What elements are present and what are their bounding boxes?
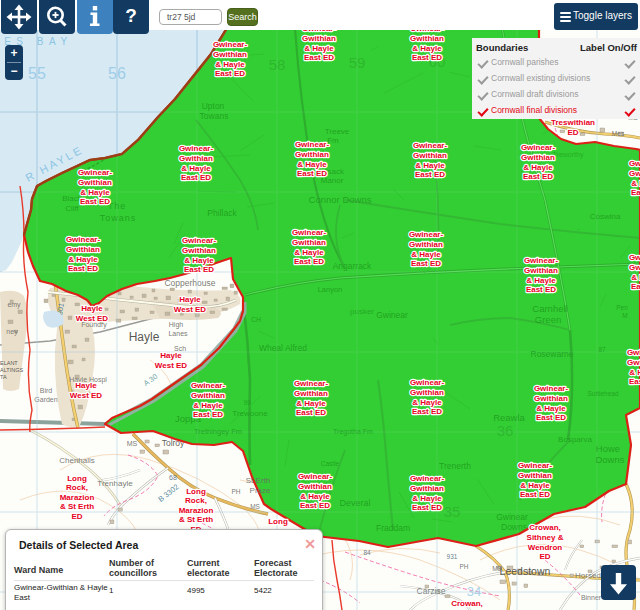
svg-text:Connor Downs: Connor Downs — [309, 194, 372, 205]
svg-text:Gwinear-Gwithian& HayleEast ED: Gwinear-Gwithian& HayleEast ED — [410, 378, 445, 416]
svg-text:Cliff: Cliff — [65, 204, 79, 213]
svg-text:Pen: Pen — [616, 304, 628, 311]
svg-text:Gwinear-Gwithian& HayleEast ED: Gwinear-Gwithian& HayleEast ED — [294, 379, 329, 417]
svg-text:Gwinear-Gwithian& HayleEast ED: Gwinear-Gwithian& HayleEast ED — [518, 461, 553, 499]
svg-text:Gwinear-Gwithian& HayleEast ED: Gwinear-Gwithian& HayleEast ED — [302, 30, 337, 62]
svg-text:Gwinear-Gwithian& HayleEast ED: Gwinear-Gwithian& HayleEast ED — [298, 472, 333, 510]
svg-text:Castle: Castle — [321, 460, 340, 467]
svg-text:Treworthy: Treworthy — [553, 151, 584, 159]
svg-text:St Erth: St Erth — [246, 476, 270, 485]
svg-text:Lanes: Lanes — [168, 330, 188, 337]
svg-text:Gwinear-Gwithian& HayleEast ED: Gwinear-Gwithian& HayleEast ED — [179, 144, 214, 182]
svg-text:Gwinear-Gwithian& HayleEast ED: Gwinear-Gwithian& HayleEast ED — [182, 236, 217, 274]
svg-text:Trenhayle: Trenhayle — [97, 479, 133, 488]
svg-text:Gwinear-Gwithian& HayleEast ED: Gwinear-Gwithian& HayleEast ED — [410, 30, 445, 62]
svg-text:Lanyon: Lanyon — [318, 285, 343, 294]
svg-text:Carnhell: Carnhell — [532, 303, 567, 314]
svg-text:ALTINGS: ALTINGS — [0, 367, 23, 373]
svg-text:Phillack: Phillack — [207, 208, 237, 218]
svg-text:Leedstown: Leedstown — [500, 565, 551, 577]
svg-text:Gwinear-Gwithian& HayleEast ED: Gwinear-Gwithian& HayleEast ED — [292, 228, 327, 266]
svg-text:99: 99 — [243, 399, 251, 406]
svg-text:931: 931 — [447, 553, 458, 560]
svg-text:MS: MS — [250, 503, 260, 510]
svg-text:Mes: Mes — [612, 130, 625, 137]
svg-text:Gwinear-Gwithian& HayleEast ED: Gwinear-Gwithian& HayleEast ED — [627, 348, 640, 386]
svg-text:Gwinear-Gwithian& HayleEast ED: Gwinear-Gwithian& HayleEast ED — [410, 474, 445, 512]
svg-text:Gwinear-Gwithian& HayleEast ED: Gwinear-Gwithian& HayleEast ED — [629, 159, 640, 197]
svg-text:56: 56 — [108, 65, 126, 82]
svg-text:Downs: Downs — [595, 454, 624, 465]
svg-text:TA: TA — [0, 374, 7, 380]
svg-text:Angarrack: Angarrack — [333, 261, 372, 271]
svg-text:Gwinear-Gwithian& HayleEast ED: Gwinear-Gwithian& HayleEast ED — [213, 40, 248, 78]
svg-text:Rosewarne: Rosewarne — [531, 349, 574, 359]
svg-text:Gwinear-Gwithian& HayleEast ED: Gwinear-Gwithian& HayleEast ED — [629, 253, 640, 291]
svg-text:Binner: Binner — [581, 594, 602, 601]
svg-text:High: High — [169, 321, 184, 329]
svg-text:Gwinear: Gwinear — [496, 512, 528, 522]
svg-text:MS: MS — [492, 565, 502, 572]
svg-text:CH: CH — [251, 316, 261, 323]
svg-text:Upton: Upton — [202, 101, 225, 111]
svg-text:Coswina: Coswina — [590, 212, 621, 221]
svg-text:pusker: pusker — [350, 307, 374, 316]
svg-text:emy: emy — [7, 301, 21, 309]
svg-text:Carzise: Carzise — [417, 586, 446, 596]
svg-text:Gwinear-Gwithian& HayleEast ED: Gwinear-Gwithian& HayleEast ED — [413, 141, 448, 179]
svg-text:Bird: Bird — [40, 387, 53, 394]
svg-text:PH: PH — [459, 563, 468, 570]
svg-text:Fraddam: Fraddam — [376, 523, 410, 533]
svg-text:55: 55 — [28, 65, 46, 82]
svg-text:Chenhalls: Chenhalls — [59, 456, 95, 465]
svg-text:36: 36 — [497, 422, 514, 439]
svg-text:Praze: Praze — [250, 486, 271, 495]
svg-text:Hayle: Hayle — [129, 330, 160, 344]
svg-text:Copperhouse: Copperhouse — [164, 278, 215, 288]
svg-text:Gwinear-Gwithian& HayleEast ED: Gwinear-Gwithian& HayleEast ED — [409, 230, 444, 268]
svg-text:Towans: Towans — [100, 213, 137, 223]
svg-text:Gwinear-Gwithian& HayleEast ED: Gwinear-Gwithian& HayleEast ED — [521, 143, 556, 181]
svg-text:Gwinear-Gwithian& HayleEast ED: Gwinear-Gwithian& HayleEast ED — [66, 235, 101, 273]
svg-text:Gwinear-Gwithian& HayleEast ED: Gwinear-Gwithian& HayleEast ED — [295, 140, 330, 178]
svg-text:Treeve: Treeve — [325, 127, 350, 136]
svg-text:Green: Green — [535, 314, 561, 325]
svg-text:Gwinear-Gwithian& HayleEast ED: Gwinear-Gwithian& HayleEast ED — [524, 256, 559, 294]
svg-text:Long: Long — [268, 517, 288, 526]
svg-text:Gwinear-Gwithian& HayleEast ED: Gwinear-Gwithian& HayleEast ED — [534, 384, 569, 422]
svg-text:ELANT: ELANT — [0, 360, 18, 366]
svg-text:Howe: Howe — [596, 443, 620, 454]
svg-text:84: 84 — [363, 549, 371, 556]
svg-text:Deveral: Deveral — [339, 498, 370, 508]
svg-text:Bosparva: Bosparva — [558, 435, 592, 444]
svg-text:68: 68 — [169, 474, 177, 481]
svg-text:Gwinear-Gwithian& HayleEast ED: Gwinear-Gwithian& HayleEast ED — [191, 381, 226, 419]
svg-text:Gwinear: Gwinear — [376, 310, 408, 320]
svg-text:PH: PH — [231, 488, 240, 495]
svg-text:Trenerth: Trenerth — [439, 461, 471, 471]
svg-text:ney: ney — [6, 328, 18, 336]
svg-text:Crowan,Sithney &WendronED: Crowan,Sithney &WendronED — [449, 599, 486, 610]
svg-text:M: M — [622, 312, 627, 319]
svg-text:Suttlehead: Suttlehead — [587, 390, 618, 397]
svg-text:MS: MS — [127, 440, 138, 447]
svg-text:Gwinear-Gwithian& HayleEast ED: Gwinear-Gwithian& HayleEast ED — [78, 168, 113, 206]
svg-text:Trewoone: Trewoone — [232, 409, 268, 418]
svg-text:Garden: Garden — [34, 396, 57, 403]
